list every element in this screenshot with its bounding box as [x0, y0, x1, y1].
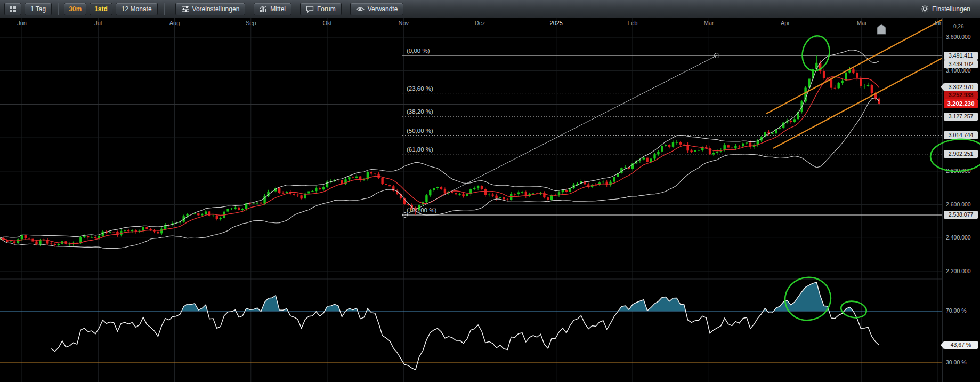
rsi-value-tag: 43,67 %: [944, 341, 978, 349]
year-label: 2025: [550, 20, 563, 26]
month-label: Jun: [17, 20, 27, 26]
price-value-tag: 3.252.933: [944, 91, 978, 99]
toolbar-separator: [164, 3, 164, 15]
rsi-tick: 70.00 %: [946, 307, 967, 314]
fib-retracement[interactable]: (0,00 %)(23,60 %)(38,20 %)(50,00 %)(61,8…: [402, 47, 942, 215]
mittel-button[interactable]: Mittel: [254, 3, 291, 15]
ma-line: [0, 77, 879, 244]
toolbar: 1 Tag 30m 1std 12 Monate Voreinstellunge…: [0, 0, 980, 18]
chart-application: (0,00 %)(23,60 %)(38,20 %)(50,00 %)(61,8…: [0, 0, 980, 382]
price-tick: 3.600.000: [946, 34, 971, 40]
gear-icon: [921, 5, 929, 13]
rsi-tick: 30.00 %: [946, 359, 967, 365]
month-label: Jul: [94, 20, 102, 26]
preset-30m-label: 30m: [69, 5, 82, 13]
month-label: Mär: [704, 20, 714, 26]
voreinstellungen-button[interactable]: Voreinstellungen: [175, 3, 246, 15]
month-label: Apr: [781, 20, 790, 26]
axis-corner-value: 0,26: [953, 23, 963, 29]
price-value-tag: 3.302.970: [944, 83, 978, 91]
price-chart-canvas[interactable]: (0,00 %)(23,60 %)(38,20 %)(50,00 %)(61,8…: [0, 0, 980, 382]
price-value-tag: 3.127.257: [944, 113, 978, 121]
voreinstellungen-label: Voreinstellungen: [192, 5, 240, 13]
month-label: Aug: [169, 20, 180, 26]
fib-level-label: (61,80 %): [407, 146, 433, 153]
fib-level-label: (50,00 %): [407, 128, 433, 134]
gridlines: [0, 18, 942, 382]
einstellungen-button[interactable]: Einstellungen: [916, 3, 976, 15]
preset-1std-button[interactable]: 1std: [90, 3, 112, 15]
price-tick: 2.400.000: [946, 234, 971, 241]
price-value-tag: 3.202.230: [944, 99, 978, 108]
bar-chart-icon: [260, 5, 267, 13]
month-label: Okt: [322, 20, 331, 26]
price-value-tag: 3.491.411: [944, 52, 978, 60]
timeframe-1tag-label: 1 Tag: [30, 5, 46, 13]
month-label: Sep: [246, 20, 256, 26]
price-tick: 2.200.000: [946, 268, 971, 274]
price-value-tag: 3.439.102: [944, 60, 978, 68]
rsi-panel[interactable]: [0, 279, 942, 370]
price-value-tag: 2.538.077: [944, 211, 978, 219]
month-label: Jun: [933, 20, 943, 26]
bollinger-bands: [0, 50, 879, 249]
rsi-overbought-fill: [51, 282, 879, 370]
toolbar-separator: [58, 3, 58, 15]
fib-level-label: (38,20 %): [407, 108, 433, 115]
forum-button[interactable]: Forum: [300, 3, 342, 15]
verwandte-label: Verwandte: [368, 5, 398, 13]
trend-channel[interactable]: [766, 20, 942, 148]
preset-1std-label: 1std: [94, 5, 108, 13]
toolbar-right-group: Einstellungen: [916, 3, 976, 15]
month-label: Nov: [398, 20, 409, 26]
timeframe-1tag-button[interactable]: 1 Tag: [25, 3, 52, 15]
chat-bubble-icon: [306, 5, 314, 13]
rsi-line: [51, 282, 879, 370]
preset-30m-button[interactable]: 30m: [64, 3, 86, 15]
month-label: Dez: [475, 20, 485, 26]
fib-level-label: (23,60 %): [407, 85, 433, 92]
price-tick: 2.600.000: [946, 201, 971, 208]
fib-level-label: (0,00 %): [407, 47, 430, 54]
layout-grid-button[interactable]: [4, 3, 21, 15]
price-axis[interactable]: 3.600.0003.400.0003.200.0003.000.0002.80…: [942, 18, 980, 382]
month-label: Feb: [628, 20, 638, 26]
sliders-icon: [181, 5, 189, 13]
mittel-label: Mittel: [270, 5, 286, 13]
candles[interactable]: [0, 55, 880, 247]
forum-label: Forum: [317, 5, 336, 13]
eye-icon: [356, 6, 365, 12]
price-value-tag: 3.014.744: [944, 131, 978, 139]
einstellungen-label: Einstellungen: [932, 5, 970, 13]
price-value-tag: 2.902.251: [944, 150, 978, 158]
grid-icon: [9, 5, 17, 13]
range-12monate-button[interactable]: 12 Monate: [116, 3, 158, 15]
price-tick: 2.800.000: [946, 168, 971, 174]
range-12monate-label: 12 Monate: [122, 5, 152, 13]
verwandte-button[interactable]: Verwandte: [350, 3, 404, 15]
month-label: Mai: [857, 20, 866, 26]
